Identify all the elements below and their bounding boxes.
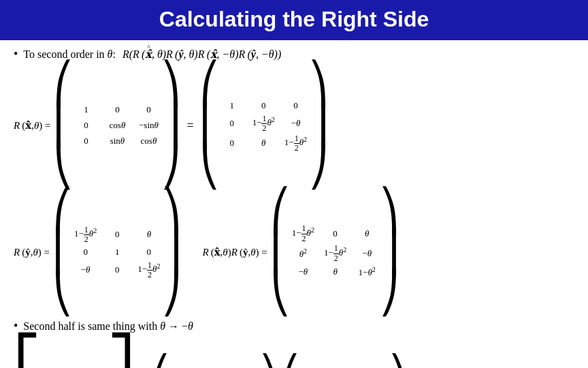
bullet1-row: • To second order in θ: R(R (x̂, θ)R (ŷ,…	[14, 47, 574, 61]
bullet2-text: Second half is same thing with θ → −θ	[23, 320, 193, 333]
ry-label: R (ŷ,θ) =	[14, 247, 50, 258]
matrix-row1: R (x̂,θ) = ⎛⎜⎝ 100 0cosθ−sinθ 0sinθcosθ …	[14, 64, 574, 187]
bullet1-text: To second order in θ:	[23, 48, 116, 61]
bracket-r4: ⎞⎟⎠	[379, 191, 399, 313]
bullet2-row: • Second half is same thing with θ → −θ	[14, 319, 574, 333]
rxy-label: R (x̂,θ)R (ŷ,θ) =	[202, 246, 267, 258]
bracket-l1: ⎛⎜⎝	[53, 64, 74, 187]
bracket-r7: ⎞⎟⎠	[389, 358, 409, 368]
bracket-l4: ⎛⎜⎝	[270, 191, 291, 313]
bracket-l7: ⎛⎜⎝	[280, 358, 300, 368]
bracket-l3: ⎛⎜⎝	[52, 191, 73, 313]
bottom-row: ⎡⎢⎣ R (x̂,θ)R (ŷ,θ) ×R (x̂,−θ)R (ŷ,−θ) ⎤…	[14, 337, 574, 368]
matrix-row2: R (ŷ,θ) = ⎛⎜⎝ 1−12θ20θ 010 −θ01−12θ2 ⎞⎟⎠…	[14, 191, 574, 313]
bracket-r6: ⎞⎟⎠	[259, 358, 280, 368]
header: Calculating the Right Side	[0, 0, 588, 40]
eq1: =	[186, 119, 193, 133]
bracket-r2: ⎞⎟⎠	[308, 64, 329, 187]
header-title: Calculating the Right Side	[159, 7, 429, 31]
bullet2-dot: •	[14, 319, 18, 333]
bracket-r3: ⎞⎟⎠	[161, 191, 182, 313]
matrix2: 100 0 1−12θ2 −θ 0θ 1−12θ2	[218, 97, 310, 154]
rx-label: R (x̂,θ) =	[14, 119, 50, 132]
matrix1: 100 0cosθ−sinθ 0sinθcosθ	[72, 101, 162, 150]
bracket-r1: ⎞⎟⎠	[161, 64, 181, 187]
bracket-r5: ⎤⎥⎦	[108, 337, 135, 368]
bullet1-dot: •	[14, 47, 18, 61]
formula1: R(R (x̂, θ)R (ŷ, θ)R (x̂, −θ)R (ŷ, −θ))	[122, 48, 281, 61]
matrix4: 1−12θ20θ θ2 1−12θ2 −θ −θθ1−θ2	[289, 223, 380, 281]
bracket-l5: ⎡⎢⎣	[14, 337, 41, 368]
content: • To second order in θ: R(R (x̂, θ)R (ŷ,…	[0, 40, 588, 368]
bracket-l2: ⎛⎜⎝	[199, 64, 220, 187]
matrix3: 1−12θ20θ 010 −θ01−12θ2	[71, 224, 163, 281]
bracket-l6: ⎛⎜⎝	[150, 358, 170, 368]
